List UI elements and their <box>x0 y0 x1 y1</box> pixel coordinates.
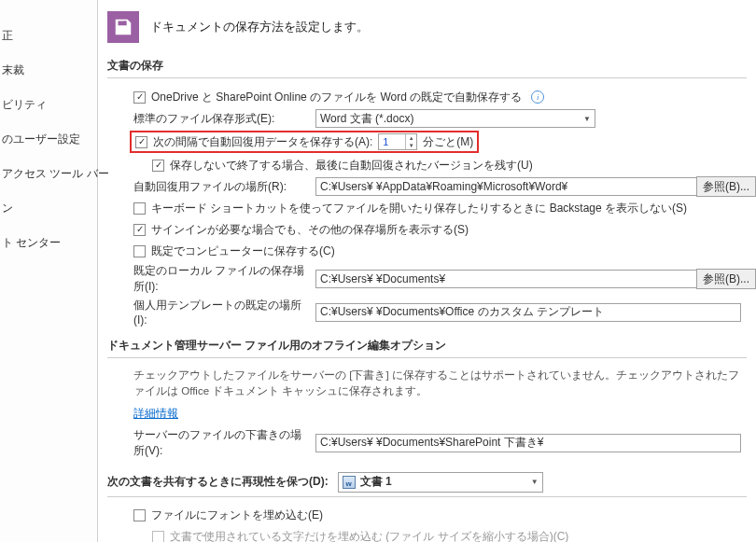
template-location-field[interactable]: C:¥Users¥ ¥Documents¥Office のカスタム テンプレート <box>315 303 741 322</box>
autorecover-interval-spinner[interactable]: 1 ▲ ▼ <box>378 133 417 150</box>
autorecover-location-row: 自動回復用ファイルの場所(R): C:¥Users¥ ¥AppData¥Roam… <box>133 177 747 196</box>
embed-fonts-label: ファイルにフォントを埋め込む(E) <box>151 507 323 523</box>
nav-item[interactable]: のユーザー設定 <box>0 122 97 157</box>
nav-item[interactable]: ビリティ <box>0 88 97 122</box>
panel-title: ドキュメントの保存方法を設定します。 <box>150 19 369 35</box>
template-location-row: 個人用テンプレートの既定の場所(I): C:¥Users¥ ¥Documents… <box>133 298 747 327</box>
chevron-down-icon: ▼ <box>531 478 539 486</box>
server-drafts-location-row: サーバーのファイルの下書きの場所(V): C:¥Users¥ ¥Document… <box>133 427 747 459</box>
options-category-list: 正 末裁 ビリティ のユーザー設定 アクセス ツール バー ン ト センター <box>0 0 98 542</box>
nav-item[interactable]: 末裁 <box>0 53 97 88</box>
save-options-panel: ドキュメントの保存方法を設定します。 文書の保存 OneDrive と Shar… <box>98 0 756 542</box>
autorecover-checkbox[interactable] <box>135 136 147 148</box>
autorecover-label: 次の間隔で自動回復用データを保存する(A): <box>153 134 372 150</box>
autosave-cloud-label: OneDrive と SharePoint Online のファイルを Word… <box>151 90 522 105</box>
autorecover-unit: 分ごと(M) <box>423 134 473 150</box>
svg-rect-0 <box>124 21 126 25</box>
show-additional-locations-checkbox[interactable] <box>133 224 146 236</box>
spinner-up[interactable]: ▲ <box>406 134 416 142</box>
floppy-disk-icon <box>107 11 139 43</box>
document-icon: w <box>343 476 356 489</box>
default-local-location-row: 既定のローカル ファイルの保存場所(I): C:¥Users¥ ¥Documen… <box>133 263 747 295</box>
autosave-cloud-checkbox[interactable] <box>133 91 146 104</box>
autorecover-interval-value: 1 <box>383 136 388 147</box>
default-format-value: Word 文書 (*.docx) <box>320 111 413 127</box>
server-offline-description: チェックアウトしたファイルをサーバーの [下書き] に保存することはサポートされ… <box>133 368 747 400</box>
nav-item[interactable]: アクセス ツール バー <box>0 157 97 191</box>
more-info-link[interactable]: 詳細情報 <box>133 407 178 420</box>
server-drafts-location-field[interactable]: C:¥Users¥ ¥Documents¥SharePoint 下書き¥ <box>315 434 741 452</box>
show-additional-locations-label: サインインが必要な場合でも、その他の保存場所を表示する(S) <box>151 222 469 238</box>
server-drafts-location-label: サーバーのファイルの下書きの場所(V): <box>133 427 306 459</box>
chevron-down-icon: ▼ <box>583 115 591 123</box>
save-to-computer-label: 既定でコンピューターに保存する(C) <box>151 243 335 259</box>
spinner-down[interactable]: ▼ <box>406 142 416 149</box>
target-document-combo[interactable]: w 文書 1 ▼ <box>338 472 543 493</box>
template-location-label: 個人用テンプレートの既定の場所(I): <box>133 298 306 327</box>
keep-last-autorecover-checkbox[interactable] <box>152 160 164 172</box>
nav-item[interactable]: 正 <box>0 19 97 53</box>
autorecover-location-field[interactable]: C:¥Users¥ ¥AppData¥Roaming¥Microsoft¥Wor… <box>315 177 741 196</box>
default-local-location-label: 既定のローカル ファイルの保存場所(I): <box>133 263 306 295</box>
no-backstage-label: キーボード ショートカットを使ってファイルを開いたり保存したりするときに Bac… <box>151 201 687 216</box>
browse-autorecover-button[interactable]: 参照(B)... <box>696 176 756 197</box>
keep-last-autorecover-label: 保存しないで終了する場合、最後に自動回復されたバージョンを残す(U) <box>170 158 533 174</box>
no-backstage-checkbox[interactable] <box>133 202 146 215</box>
default-local-location-field[interactable]: C:¥Users¥ ¥Documents¥ <box>315 270 741 288</box>
section-server-offline: ドキュメント管理サーバー ファイル用のオフライン編集オプション <box>107 334 747 358</box>
embed-fonts-checkbox[interactable] <box>133 509 146 521</box>
default-format-label: 標準のファイル保存形式(E): <box>133 111 306 127</box>
nav-item[interactable]: ン <box>0 191 97 226</box>
target-document-value: 文書 1 <box>360 474 392 490</box>
section-preserve-fidelity: 次の文書を共有するときに再現性を保つ(D): <box>107 474 329 490</box>
save-to-computer-checkbox[interactable] <box>133 245 146 257</box>
autorecover-location-label: 自動回復用ファイルの場所(R): <box>133 179 306 195</box>
default-format-combo[interactable]: Word 文書 (*.docx) ▼ <box>315 109 595 128</box>
embed-subset-checkbox <box>152 531 164 542</box>
embed-subset-label: 文書で使用されている文字だけを埋め込む (ファイル サイズを縮小する場合)(C) <box>170 529 568 542</box>
section-save-documents: 文書の保存 <box>107 54 747 78</box>
nav-item[interactable]: ト センター <box>0 226 97 260</box>
autorecover-highlight: 次の間隔で自動回復用データを保存する(A): 1 ▲ ▼ 分ごと(M) <box>130 131 479 153</box>
browse-local-button[interactable]: 参照(B)... <box>696 269 756 289</box>
info-icon[interactable]: i <box>531 90 544 104</box>
